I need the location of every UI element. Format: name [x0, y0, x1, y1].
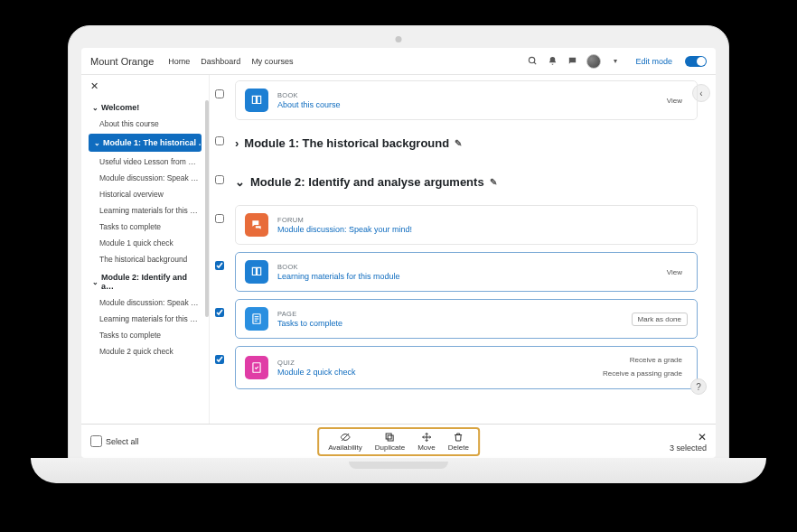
activity-card-book: BOOK About this course View [235, 80, 698, 120]
activity-type: BOOK [277, 263, 652, 271]
sidebar-section-label: Module 1: The historical … [103, 138, 202, 147]
select-all-control[interactable]: Select all [90, 435, 139, 447]
completion-condition: Receive a grade [597, 354, 688, 366]
sidebar-item[interactable]: Module discussion: Speak … [81, 294, 209, 311]
page-icon [245, 307, 268, 331]
sidebar-section-module2[interactable]: ⌄ Module 2: Identify and a… [81, 267, 209, 294]
view-label: View [661, 95, 688, 107]
section-title: Module 2: Identify and analyse arguments [250, 175, 484, 189]
sidebar-section-module1[interactable]: ⌄ Module 1: The historical … [89, 134, 202, 152]
bulk-action-bar: Select all Availability Duplicate [81, 424, 716, 458]
activity-type: PAGE [277, 310, 623, 318]
chevron-down-icon[interactable]: ▾ [610, 56, 621, 67]
eye-off-icon [340, 432, 351, 443]
course-index-sidebar: ✕ ⌄ Welcome! About this course ⌄ Module … [81, 75, 210, 424]
brand-name[interactable]: Mount Orange [90, 56, 154, 67]
move-button[interactable]: Move [417, 432, 436, 452]
nav-right: ▾ Edit mode [527, 54, 707, 69]
activity-link[interactable]: About this course [277, 100, 652, 109]
laptop-frame: Mount Orange Home Dashboard My courses ▾… [68, 25, 729, 459]
trash-icon [453, 432, 464, 443]
svg-rect-8 [388, 435, 393, 441]
completion-condition: Receive a passing grade [597, 368, 688, 379]
sidebar-item[interactable]: The historical background [81, 251, 209, 267]
nav-mycourses[interactable]: My courses [251, 57, 293, 66]
bell-icon[interactable] [547, 56, 558, 67]
availability-button[interactable]: Availability [328, 432, 362, 452]
activity-link[interactable]: Module discussion: Speak your mind! [277, 225, 688, 234]
sidebar-item[interactable]: Tasks to complete [81, 219, 209, 235]
section-checkbox[interactable] [215, 136, 224, 145]
activity-link[interactable]: Module 2 quick check [277, 368, 588, 377]
edit-mode-toggle[interactable] [685, 56, 707, 67]
action-label: Duplicate [375, 443, 405, 452]
laptop-notch [349, 462, 448, 469]
sidebar-item[interactable]: Historical overview [81, 186, 209, 202]
delete-button[interactable]: Delete [448, 432, 469, 452]
activity-type: QUIZ [277, 359, 588, 367]
duplicate-button[interactable]: Duplicate [375, 432, 405, 452]
close-sidebar-icon[interactable]: ✕ [81, 80, 209, 98]
activity-type: BOOK [277, 91, 652, 99]
activity-checkbox[interactable] [215, 308, 224, 317]
book-icon [245, 89, 268, 112]
svg-point-0 [529, 57, 534, 62]
copy-icon [384, 432, 395, 443]
action-label: Delete [448, 443, 469, 452]
sidebar-item[interactable]: Useful video Lesson from S… [81, 154, 209, 170]
move-icon [421, 432, 432, 443]
sidebar-section-label: Welcome! [101, 103, 139, 112]
activity-link[interactable]: Tasks to complete [277, 319, 623, 328]
sidebar-scrollbar[interactable] [205, 100, 209, 317]
view-label: View [661, 266, 688, 278]
section-title: Module 1: The historical background [244, 136, 449, 150]
top-nav: Mount Orange Home Dashboard My courses ▾… [81, 48, 716, 75]
sidebar-item[interactable]: Module 2 quick check [81, 343, 209, 359]
sidebar-item[interactable]: Learning materials for this … [81, 311, 209, 327]
avatar[interactable] [586, 54, 601, 69]
search-icon[interactable] [527, 56, 538, 67]
activity-card-book: BOOK Learning materials for this module … [235, 252, 698, 292]
action-label: Move [417, 443, 436, 452]
sidebar-item[interactable]: Module 1 quick check [81, 235, 209, 251]
forum-icon [245, 213, 268, 237]
section-heading-module1[interactable]: › Module 1: The historical background ✎ [235, 127, 462, 159]
activity-checkbox[interactable] [215, 261, 224, 270]
app-screen: Mount Orange Home Dashboard My courses ▾… [81, 48, 716, 458]
nav-home[interactable]: Home [168, 57, 190, 66]
activity-checkbox[interactable] [215, 214, 224, 223]
sidebar-item[interactable]: Module discussion: Speak … [81, 170, 209, 186]
sidebar-item[interactable]: Tasks to complete [81, 327, 209, 343]
section-checkbox[interactable] [215, 175, 224, 184]
chevron-down-icon: ⌄ [92, 278, 98, 286]
activity-checkbox[interactable] [215, 355, 224, 364]
chat-icon[interactable] [567, 56, 577, 67]
svg-line-1 [534, 62, 536, 64]
help-icon[interactable]: ? [690, 378, 707, 395]
select-all-checkbox[interactable] [90, 435, 102, 447]
activity-type: FORUM [277, 216, 688, 224]
sidebar-item[interactable]: Learning materials for this … [81, 202, 209, 219]
activity-checkbox[interactable] [215, 89, 224, 98]
mark-done-button[interactable]: Mark as done [632, 313, 688, 326]
activity-link[interactable]: Learning materials for this module [277, 272, 652, 281]
chevron-right-icon: › [235, 136, 239, 150]
chevron-down-icon: ⌄ [94, 139, 100, 147]
sidebar-section-welcome[interactable]: ⌄ Welcome! [81, 98, 209, 116]
svg-rect-9 [386, 434, 391, 439]
nav-dashboard[interactable]: Dashboard [201, 57, 240, 66]
edit-icon[interactable]: ✎ [490, 177, 497, 187]
main-content: ‹ BOOK About this course View [210, 75, 716, 424]
book-icon [245, 260, 268, 284]
quiz-icon [245, 356, 268, 379]
action-label: Availability [328, 443, 362, 452]
edit-icon[interactable]: ✎ [455, 138, 462, 148]
select-all-label: Select all [106, 437, 139, 446]
laptop-camera [396, 36, 402, 42]
activity-card-quiz: QUIZ Module 2 quick check Receive a grad… [235, 346, 698, 389]
edit-mode-label: Edit mode [635, 57, 672, 66]
section-heading-module2[interactable]: ⌄ Module 2: Identify and analyse argumen… [235, 166, 497, 198]
sidebar-item[interactable]: About this course [81, 116, 209, 132]
close-bulk-icon[interactable]: ✕ [670, 431, 707, 443]
chevron-down-icon: ⌄ [235, 175, 245, 189]
